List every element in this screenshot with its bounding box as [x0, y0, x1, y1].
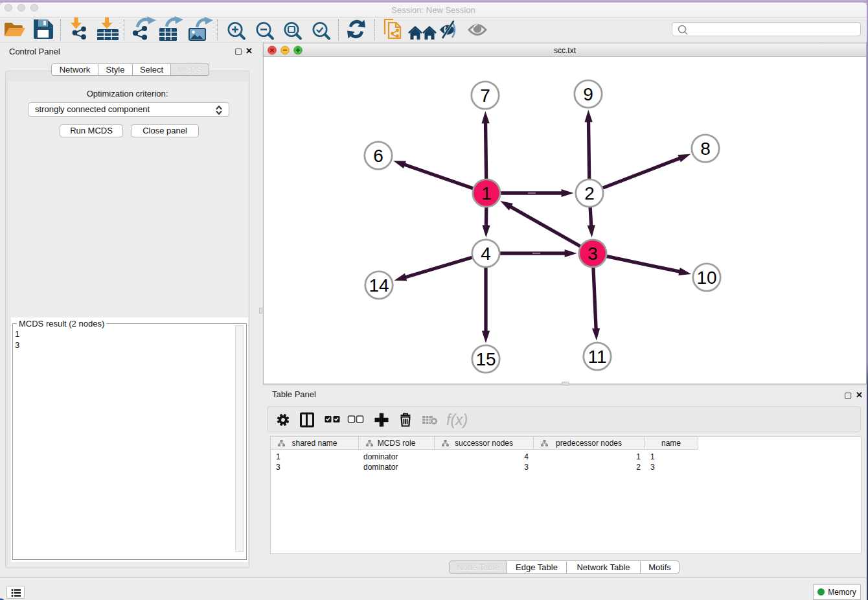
svg-text:11: 11 [588, 347, 606, 367]
svg-text:10: 10 [696, 268, 716, 288]
svg-text:4: 4 [481, 244, 491, 264]
svg-text:14: 14 [369, 275, 389, 295]
svg-text:6: 6 [373, 146, 383, 166]
svg-text:8: 8 [700, 139, 711, 159]
svg-text:1: 1 [481, 183, 492, 203]
svg-text:3: 3 [588, 244, 598, 264]
svg-text:f(x): f(x) [446, 411, 468, 428]
svg-text:2: 2 [584, 183, 595, 203]
svg-text:9: 9 [583, 84, 593, 104]
svg-text:7: 7 [480, 86, 490, 106]
svg-text:15: 15 [475, 349, 496, 369]
